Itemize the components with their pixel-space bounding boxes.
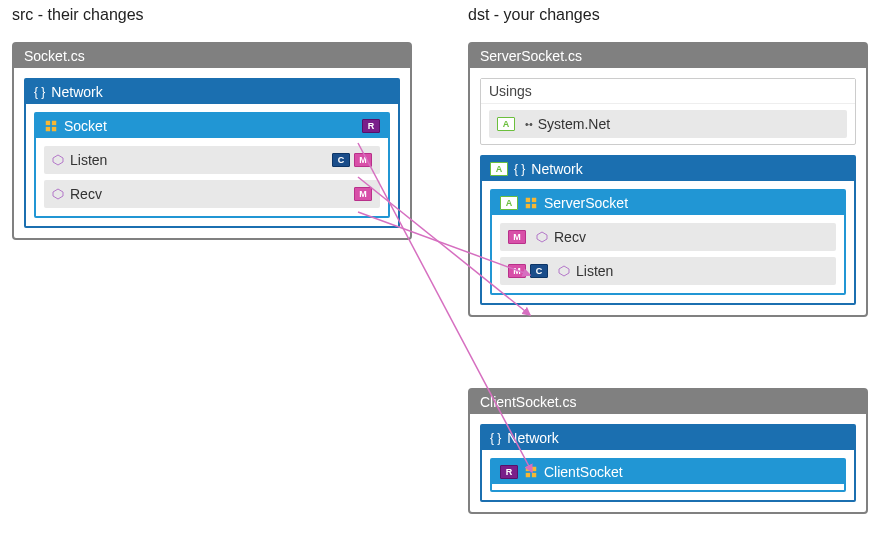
file-title: ClientSocket.cs (470, 390, 866, 414)
member-label: Recv (554, 229, 828, 245)
class-panel-serversocket: A ServerSocket M Recv (490, 189, 846, 295)
member-label: Recv (70, 186, 348, 202)
badge-added: A (497, 117, 515, 131)
class-header: Socket R (36, 114, 388, 138)
dst-file1-panel: ServerSocket.cs Usings A •·• System.Net … (468, 42, 868, 317)
badge-renamed: R (362, 119, 380, 133)
dst-file2-panel: ClientSocket.cs { } Network R ClientSock… (468, 388, 868, 514)
svg-marker-10 (537, 232, 547, 242)
svg-rect-2 (46, 127, 50, 131)
class-icon (44, 119, 58, 133)
method-icon (52, 154, 64, 166)
member-listen-dst[interactable]: M C Listen (500, 257, 836, 285)
badge-renamed: R (500, 465, 518, 479)
class-header: A ServerSocket (492, 191, 844, 215)
class-icon (524, 196, 538, 210)
namespace-header: A { } Network (482, 157, 854, 181)
svg-rect-15 (532, 473, 536, 477)
svg-rect-6 (526, 198, 530, 202)
badge-changed: C (332, 153, 350, 167)
svg-rect-7 (532, 198, 536, 202)
badge-added: A (490, 162, 508, 176)
svg-marker-4 (53, 155, 63, 165)
namespace-icon: { } (490, 431, 501, 445)
svg-rect-0 (46, 121, 50, 125)
svg-rect-1 (52, 121, 56, 125)
src-file-panel: Socket.cs { } Network Socket R (12, 42, 412, 240)
svg-marker-5 (53, 189, 63, 199)
using-icon: •·• (525, 119, 532, 130)
svg-rect-14 (526, 473, 530, 477)
svg-rect-8 (526, 204, 530, 208)
member-recv[interactable]: Recv M (44, 180, 380, 208)
class-name: ServerSocket (544, 195, 628, 211)
badge-moved: M (508, 230, 526, 244)
class-header: R ClientSocket (492, 460, 844, 484)
dst-header: dst - your changes (468, 6, 600, 24)
namespace-name: Network (51, 84, 102, 100)
badge-moved: M (354, 153, 372, 167)
class-icon (524, 465, 538, 479)
svg-marker-11 (559, 266, 569, 276)
badge-moved: M (354, 187, 372, 201)
usings-header: Usings (481, 79, 855, 104)
usings-panel: Usings A •·• System.Net (480, 78, 856, 145)
method-icon (536, 231, 548, 243)
class-panel-socket: Socket R Listen C M (34, 112, 390, 218)
badge-moved: M (508, 264, 526, 278)
member-label: Listen (576, 263, 828, 279)
using-name: System.Net (538, 116, 839, 132)
svg-rect-12 (526, 467, 530, 471)
namespace-name: Network (507, 430, 558, 446)
svg-rect-3 (52, 127, 56, 131)
namespace-icon: { } (34, 85, 45, 99)
using-system-net[interactable]: A •·• System.Net (489, 110, 847, 138)
namespace-icon: { } (514, 162, 525, 176)
member-label: Listen (70, 152, 326, 168)
svg-rect-13 (532, 467, 536, 471)
src-header: src - their changes (12, 6, 144, 24)
badge-changed: C (530, 264, 548, 278)
method-icon (558, 265, 570, 277)
namespace-panel: { } Network Socket R Listen (24, 78, 400, 228)
member-recv-dst[interactable]: M Recv (500, 223, 836, 251)
namespace-panel: { } Network R ClientSocket (480, 424, 856, 502)
class-name: ClientSocket (544, 464, 623, 480)
svg-rect-9 (532, 204, 536, 208)
member-listen[interactable]: Listen C M (44, 146, 380, 174)
file-title: Socket.cs (14, 44, 410, 68)
namespace-panel: A { } Network A ServerSocket M (480, 155, 856, 305)
method-icon (52, 188, 64, 200)
class-panel-clientsocket: R ClientSocket (490, 458, 846, 492)
namespace-header: { } Network (482, 426, 854, 450)
namespace-name: Network (531, 161, 582, 177)
class-name: Socket (64, 118, 107, 134)
badge-added: A (500, 196, 518, 210)
file-title: ServerSocket.cs (470, 44, 866, 68)
namespace-header: { } Network (26, 80, 398, 104)
